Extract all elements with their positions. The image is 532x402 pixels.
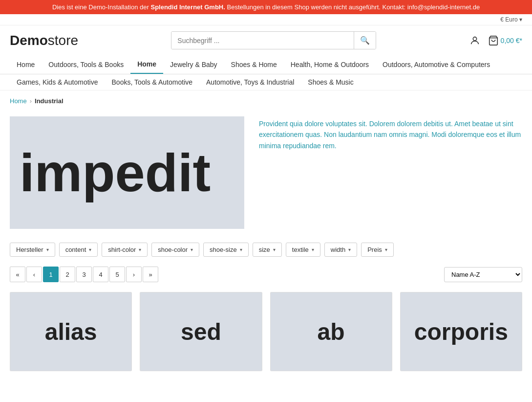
- filter-shoe-color[interactable]: shoe-color ▾: [151, 243, 199, 257]
- breadcrumb-home[interactable]: Home: [10, 97, 27, 105]
- nav-item-outdoors-tools-books[interactable]: Outdoors, Tools & Books: [42, 56, 130, 73]
- page-5[interactable]: 5: [109, 267, 125, 282]
- nav-item-books-tools-automotive[interactable]: Books, Tools & Automotive: [105, 74, 200, 90]
- nav-primary: Home Outdoors, Tools & Books Home Jewelr…: [0, 55, 532, 74]
- page-last[interactable]: »: [143, 267, 158, 282]
- banner-text-post: Bestellungen in diesem Shop werden nicht…: [225, 3, 480, 11]
- nav-secondary: Games, Kids & Automotive Books, Tools & …: [0, 74, 532, 90]
- nav-item-shoes-home[interactable]: Shoes & Home: [224, 56, 284, 73]
- filter-preis[interactable]: Preis ▾: [361, 243, 394, 257]
- hero-image-text: impedit: [20, 146, 211, 200]
- user-icon: [469, 35, 480, 46]
- product-card-alias[interactable]: alias: [10, 292, 132, 371]
- sort-select[interactable]: Name A-Z Name Z-A Preis aufsteigend Prei…: [444, 267, 522, 282]
- cart-button[interactable]: 0,00 €*: [488, 35, 522, 46]
- hero-image: impedit: [10, 116, 244, 229]
- chevron-down-icon: ▾: [89, 247, 91, 252]
- search-bar: 🔍: [171, 31, 376, 49]
- product-card-ab[interactable]: ab: [270, 292, 392, 371]
- product-thumb-text-corporis: corporis: [414, 318, 508, 345]
- logo[interactable]: Demostore: [10, 33, 78, 48]
- logo-demo: Demo: [10, 33, 48, 48]
- chevron-down-icon: ▾: [312, 247, 314, 252]
- chevron-down-icon: ▾: [46, 247, 49, 252]
- main-content: impedit Provident quia dolore voluptates…: [0, 112, 532, 381]
- product-thumb-text-sed: sed: [181, 318, 221, 345]
- hero-description: Provident quia dolore voluptates sit. Do…: [259, 116, 522, 229]
- chevron-down-icon: ▾: [273, 247, 276, 252]
- page-4[interactable]: 4: [93, 267, 108, 282]
- nav-item-games-kids-automotive[interactable]: Games, Kids & Automotive: [10, 74, 105, 90]
- chevron-down-icon: ▾: [191, 247, 193, 252]
- page-first[interactable]: «: [10, 267, 25, 282]
- breadcrumb: Home › Industrial: [0, 90, 532, 112]
- filter-width[interactable]: width ▾: [324, 243, 357, 257]
- cart-icon: [488, 35, 499, 46]
- product-grid: alias sed ab corporis: [10, 292, 522, 371]
- page-prev[interactable]: ‹: [26, 267, 42, 282]
- nav-item-automotive-toys-industrial[interactable]: Automotive, Toys & Industrial: [199, 74, 301, 90]
- filter-hersteller[interactable]: Hersteller ▾: [10, 243, 55, 257]
- product-thumb-ab: ab: [271, 292, 392, 371]
- header: Demostore 🔍 0,00 €*: [0, 25, 532, 55]
- product-thumb-sed: sed: [140, 292, 261, 371]
- page-2[interactable]: 2: [60, 267, 75, 282]
- filters-row: Hersteller ▾ content ▾ shirt-color ▾ sho…: [10, 243, 522, 257]
- banner-text-pre: Dies ist eine Demo-Installation der: [52, 3, 151, 11]
- top-banner: Dies ist eine Demo-Installation der Sple…: [0, 0, 532, 14]
- banner-text-bold: Splendid Internet GmbH.: [150, 3, 225, 11]
- chevron-down-icon: ▾: [240, 247, 242, 252]
- nav-item-home-active[interactable]: Home: [130, 55, 163, 74]
- top-bar: € Euro ▾: [0, 14, 532, 25]
- pagination-row: « ‹ 1 2 3 4 5 › » Name A-Z Name Z-A Prei…: [10, 267, 522, 282]
- pagination: « ‹ 1 2 3 4 5 › »: [10, 267, 158, 282]
- nav-item-jewelry-baby[interactable]: Jewelry & Baby: [163, 56, 224, 73]
- chevron-down-icon: ▾: [348, 247, 351, 252]
- product-card-corporis[interactable]: corporis: [400, 292, 522, 371]
- nav-item-shoes-music[interactable]: Shoes & Music: [301, 74, 360, 90]
- page-1[interactable]: 1: [43, 267, 59, 282]
- currency-selector[interactable]: € Euro ▾: [500, 16, 522, 23]
- product-thumb-text-alias: alias: [45, 318, 97, 345]
- nav-item-health-home-outdoors[interactable]: Health, Home & Outdoors: [284, 56, 376, 73]
- nav-item-outdoors-automotive-computers[interactable]: Outdoors, Automotive & Computers: [376, 56, 497, 73]
- product-thumb-text-ab: ab: [318, 318, 345, 345]
- product-thumb-corporis: corporis: [401, 292, 522, 371]
- svg-point-0: [473, 37, 476, 40]
- breadcrumb-separator: ›: [30, 97, 32, 105]
- filter-size[interactable]: size ▾: [253, 243, 282, 257]
- filter-content[interactable]: content ▾: [59, 243, 98, 257]
- product-card-sed[interactable]: sed: [140, 292, 262, 371]
- header-actions: 0,00 €*: [469, 35, 522, 46]
- search-input[interactable]: [171, 32, 354, 49]
- product-thumb-alias: alias: [10, 292, 131, 371]
- logo-store: store: [48, 33, 78, 48]
- page-next[interactable]: ›: [126, 267, 142, 282]
- chevron-down-icon: ▾: [139, 247, 141, 252]
- chevron-down-icon: ▾: [385, 247, 387, 252]
- user-account-button[interactable]: [469, 35, 480, 46]
- page-3[interactable]: 3: [76, 267, 92, 282]
- filter-textile[interactable]: textile ▾: [286, 243, 320, 257]
- search-button[interactable]: 🔍: [354, 32, 376, 49]
- nav-item-home[interactable]: Home: [10, 56, 42, 73]
- filter-shoe-size[interactable]: shoe-size ▾: [203, 243, 249, 257]
- hero-section: impedit Provident quia dolore voluptates…: [10, 116, 522, 229]
- breadcrumb-current: Industrial: [35, 97, 64, 105]
- filter-shirt-color[interactable]: shirt-color ▾: [102, 243, 148, 257]
- cart-price: 0,00 €*: [501, 37, 522, 45]
